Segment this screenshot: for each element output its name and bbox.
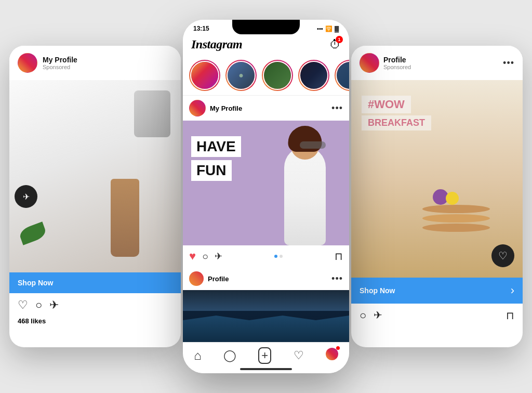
- have-fun-overlay: HAVE FUN: [191, 136, 241, 184]
- left-likes-count: 468 likes: [9, 317, 181, 330]
- story-inner-3: [263, 61, 292, 90]
- left-sponsored: Sponsored: [43, 64, 77, 70]
- story-inner-4: [299, 61, 328, 90]
- nav-red-dot: [336, 346, 340, 350]
- story-4[interactable]: [298, 60, 329, 91]
- phone-left: My Profile Sponsored Shop Now ♡ ○ ✈: [9, 46, 181, 347]
- heart-button-right[interactable]: ♡: [491, 244, 514, 267]
- left-comment-icon[interactable]: ○: [35, 298, 42, 312]
- story-inner-2: ●: [227, 61, 256, 90]
- story-inner-1: [190, 61, 219, 90]
- story-img-3: [264, 62, 291, 89]
- ig-logo: Instagram: [191, 37, 242, 51]
- dot-2: [280, 255, 283, 258]
- story-inner-5: [336, 61, 349, 90]
- center-post1-username: My Profile: [210, 104, 242, 112]
- center-action-bar: ♥ ○ ✈ ⊓: [183, 245, 349, 267]
- center-avatar-1: [189, 100, 206, 116]
- scene: My Profile Sponsored Shop Now ♡ ○ ✈: [0, 0, 532, 393]
- center-send-icon[interactable]: ✈: [215, 251, 222, 262]
- wow-line1: #WOW: [362, 96, 411, 113]
- right-shop-now-bar[interactable]: Shop Now ›: [351, 278, 523, 304]
- nav-heart-icon[interactable]: ♡: [294, 349, 304, 362]
- wow-text-overlay: #WOW BREAKFAST: [362, 96, 431, 130]
- ocean-waves: [183, 311, 349, 342]
- left-action-bar: ♡ ○ ✈: [9, 293, 181, 317]
- stories-row: ●: [183, 56, 349, 96]
- center-post1-image: HAVE FUN: [183, 121, 349, 245]
- left-avatar: [18, 53, 37, 73]
- notification-icon[interactable]: ⏱ 1: [329, 38, 341, 51]
- float-send-icon-left[interactable]: ✈: [15, 185, 37, 208]
- right-comment-icon[interactable]: ○: [360, 309, 366, 322]
- story-img-4: [300, 62, 327, 89]
- center-avatar-2: [189, 271, 204, 286]
- left-send-icon[interactable]: ✈: [49, 298, 59, 312]
- center-bookmark-icon[interactable]: ⊓: [335, 250, 343, 263]
- phone-center: 13:15 ▪▪▪ 🛜 ▓ Instagram ⏱ 1: [183, 20, 349, 373]
- right-bookmark-icon[interactable]: ⊓: [506, 309, 514, 322]
- nav-search-icon[interactable]: ◯: [223, 349, 236, 362]
- center-post2-header: Profile •••: [183, 267, 349, 290]
- center-post1-user: My Profile: [189, 100, 242, 116]
- home-indicator: [240, 368, 292, 370]
- right-post-image: #WOW BREAKFAST ♡: [351, 80, 523, 278]
- center-post1-header: My Profile •••: [183, 96, 349, 121]
- nav-add-icon[interactable]: +: [258, 347, 271, 364]
- fun-text: FUN: [191, 160, 232, 181]
- dot-1: [274, 255, 277, 258]
- story-5[interactable]: [335, 60, 349, 91]
- right-username: Profile: [383, 56, 411, 64]
- right-action-bar: ○ ✈ ⊓: [351, 304, 523, 328]
- left-username: My Profile: [43, 56, 77, 64]
- right-post-user: Profile Sponsored: [360, 53, 411, 73]
- center-post2-more[interactable]: •••: [331, 273, 343, 284]
- left-heart-icon[interactable]: ♡: [18, 298, 28, 312]
- right-shop-now-text: Shop Now: [360, 286, 395, 295]
- center-heart-icon[interactable]: ♥: [189, 250, 196, 263]
- center-comment-icon[interactable]: ○: [202, 251, 208, 263]
- story-img-2: ●: [228, 62, 255, 89]
- ig-header: Instagram ⏱ 1: [183, 33, 349, 56]
- status-time: 13:15: [193, 25, 209, 32]
- signal-icon: ▪▪▪: [317, 25, 323, 32]
- story-3[interactable]: [262, 60, 293, 91]
- heart-icon-right: ♡: [498, 250, 508, 262]
- nav-home-icon[interactable]: ⌂: [194, 348, 202, 363]
- story-img-1: [191, 62, 218, 89]
- center-post2-username: Profile: [208, 275, 229, 283]
- notif-badge: 1: [336, 36, 343, 43]
- battery-icon: ▓: [335, 25, 339, 32]
- have-text: HAVE: [191, 136, 241, 157]
- center-post2-user: Profile: [189, 271, 229, 286]
- left-post-image: [9, 80, 181, 272]
- center-action-left: ♥ ○ ✈: [189, 250, 222, 263]
- left-shop-now-text: Shop Now: [18, 279, 53, 287]
- right-more[interactable]: •••: [503, 58, 514, 69]
- phone-right: Profile Sponsored ••• #WOW BREAKFAST: [351, 46, 523, 347]
- right-send-icon[interactable]: ✈: [374, 309, 382, 322]
- status-icons: ▪▪▪ 🛜 ▓: [317, 25, 339, 32]
- right-avatar: [360, 53, 379, 73]
- right-arrow-icon: ›: [511, 284, 514, 297]
- right-post-header: Profile Sponsored •••: [351, 46, 523, 80]
- wifi-icon: 🛜: [325, 25, 332, 32]
- left-shop-now-bar[interactable]: Shop Now: [9, 272, 181, 293]
- story-1[interactable]: [189, 60, 220, 91]
- phone-notch: [232, 20, 300, 34]
- dots-indicator: [274, 255, 283, 258]
- story-2[interactable]: ●: [225, 60, 257, 91]
- send-icon: ✈: [23, 192, 30, 202]
- right-sponsored: Sponsored: [383, 64, 411, 70]
- center-ocean-image: [183, 290, 349, 342]
- center-post1-more[interactable]: •••: [331, 103, 343, 114]
- left-post-header: My Profile Sponsored: [9, 46, 181, 80]
- nav-profile-icon[interactable]: [326, 348, 338, 363]
- story-img-5: [337, 62, 349, 89]
- wow-line2: BREAKFAST: [362, 115, 431, 130]
